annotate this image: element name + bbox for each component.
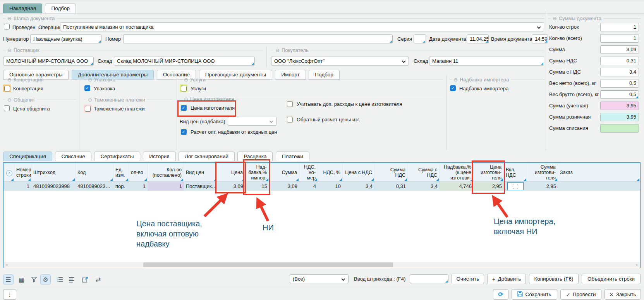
tab-specification[interactable]: Спецификация: [3, 152, 52, 161]
close-button[interactable]: ✕ Закрыть: [605, 289, 641, 300]
view-list-icon[interactable]: ☰: [3, 274, 14, 284]
cell-vat-pct[interactable]: 10: [318, 182, 343, 191]
collapse-icon[interactable]: ⊖: [7, 77, 12, 82]
cell-code[interactable]: 4810099023…: [76, 182, 113, 191]
col-header[interactable]: НДС, но- мер: [299, 163, 318, 181]
cell-order[interactable]: [558, 182, 640, 191]
merge-rows-button[interactable]: Объединить строки: [582, 274, 641, 284]
open-external-icon[interactable]: [80, 274, 90, 284]
cell-barcode[interactable]: 4810099023998: [31, 182, 76, 191]
cell-vat-number[interactable]: 4: [299, 182, 318, 191]
row-filter-select[interactable]: (Все): [290, 274, 349, 283]
refresh-button[interactable]: ⟳: [493, 289, 508, 300]
scrollbar-thumb[interactable]: [143, 262, 393, 267]
tab-history[interactable]: История: [143, 152, 175, 161]
col-header[interactable]: НДС, %: [318, 163, 343, 181]
col-header[interactable]: Надбавка,% (к цене изготови-: [440, 163, 474, 181]
cell-price-with-vat[interactable]: 3,4: [343, 182, 374, 191]
catering-price-checkbox[interactable]: [4, 105, 10, 111]
cell-vat-included[interactable]: [504, 182, 527, 191]
cell-vat-sum[interactable]: 0,31: [374, 182, 408, 191]
add-button[interactable]: + Добавить: [487, 274, 526, 284]
numbered-list-icon[interactable]: 123: [54, 274, 65, 284]
collapse-icon[interactable]: ⊖: [7, 48, 12, 53]
grid-view-icon[interactable]: ▦: [16, 274, 27, 284]
series-field[interactable]: [414, 34, 426, 43]
collapse-icon[interactable]: ⊖: [88, 97, 92, 102]
scroll-left-icon[interactable]: ◄: [5, 263, 8, 267]
col-header[interactable]: Цена с НДС: [343, 163, 374, 181]
cell-line-number[interactable]: 1: [14, 182, 31, 191]
tab-scan-log[interactable]: Лог сканирований: [179, 152, 235, 161]
supplier-field[interactable]: МОЛОЧНЫЙ МИР-СТОЛИЦА ООО: [3, 57, 94, 66]
posted-checkbox[interactable]: [4, 24, 10, 29]
numerator-field[interactable]: Накладные (закупка): [30, 34, 101, 43]
cell-sum-with-vat[interactable]: 3,4: [408, 182, 440, 191]
operation-select[interactable]: Поступление в магазин от поставщика: [60, 22, 544, 31]
col-header[interactable]: Ед. изм.: [113, 163, 129, 181]
col-header[interactable]: Заказ: [558, 163, 640, 181]
tab-invoice[interactable]: Накладная: [3, 3, 42, 13]
table-row[interactable]: 1 4810099023998 4810099023… пор. 1 1 Пос…: [3, 182, 640, 191]
sum-row-value[interactable]: 0,5: [600, 90, 639, 99]
barcode-input[interactable]: [410, 274, 448, 283]
scroll-right-icon[interactable]: ►: [635, 263, 639, 267]
tab-payments[interactable]: Платежи: [276, 152, 309, 161]
collapse-rows-icon[interactable]: ∧: [6, 170, 12, 176]
packaging-checkbox[interactable]: [84, 85, 90, 91]
col-header[interactable]: Сумма с НДС: [408, 163, 440, 181]
vat-included-checkbox[interactable]: [513, 184, 518, 189]
tab-writeoff[interactable]: Списание: [55, 152, 91, 161]
supplier-warehouse-field[interactable]: Склад МОЛОЧНЫЙ МИР-СТОЛИЦА ООО: [114, 57, 255, 66]
doc-date-field[interactable]: 11.04.25: [467, 34, 489, 43]
collapse-icon[interactable]: ⊖: [275, 48, 280, 53]
more-menu-button[interactable]: ⋮: [3, 289, 16, 300]
collapse-icon[interactable]: ⊖: [7, 16, 12, 21]
collapse-icon[interactable]: ⊖: [453, 77, 458, 82]
extra-costs-chec kbox[interactable]: [286, 100, 294, 108]
col-header[interactable]: Сумма НДС: [374, 163, 408, 181]
col-header[interactable]: Код: [76, 163, 113, 181]
buyer-select[interactable]: ООО "ЛюксСофтОпт": [271, 57, 409, 66]
conversion-checkbox[interactable]: [3, 84, 11, 92]
customs-checkbox[interactable]: [84, 105, 91, 112]
collapse-icon[interactable]: ⊖: [184, 77, 188, 82]
buyer-warehouse-field[interactable]: Магазин 11: [429, 57, 544, 66]
align-list-icon[interactable]: [67, 274, 77, 284]
opt-markup-checkbox[interactable]: [180, 128, 187, 136]
services-checkbox[interactable]: [180, 84, 187, 92]
collapse-icon[interactable]: ⊖: [88, 77, 92, 82]
cell-sum[interactable]: 3,09: [269, 182, 299, 191]
cell-unit[interactable]: пор.: [113, 182, 129, 191]
cell-qty[interactable]: 1: [129, 182, 148, 191]
cell-price-type[interactable]: Поставщик…: [184, 182, 217, 191]
col-header[interactable]: Вид цен: [184, 163, 217, 181]
collapse-icon[interactable]: ⊖: [553, 16, 557, 21]
post-button[interactable]: ✓ Провести: [560, 289, 601, 300]
settings-gear-icon[interactable]: ⚙: [40, 274, 51, 284]
cell-qty-delivered[interactable]: 1: [148, 182, 184, 191]
price-type-select[interactable]: [228, 117, 276, 126]
tab-selection[interactable]: Подбор: [45, 3, 76, 13]
cell-markup-to-manufacturer[interactable]: 4,746: [440, 182, 474, 191]
filter-icon[interactable]: [29, 274, 39, 284]
horizontal-scrollbar[interactable]: ◄ ►: [4, 262, 640, 267]
cell-manufacturer-sum[interactable]: 2,95: [527, 182, 558, 191]
copy-button[interactable]: Копировать (F6): [529, 274, 579, 284]
col-header[interactable]: Сумма: [269, 163, 299, 181]
save-button[interactable]: Сохранить: [512, 289, 557, 300]
importer-markup-checkbox[interactable]: [450, 85, 456, 91]
col-header[interactable]: Кол-во (поставлено): [148, 163, 184, 181]
col-header[interactable]: Номер строки: [14, 163, 31, 181]
collapse-icon[interactable]: ⊖: [7, 97, 12, 102]
tab-certificates[interactable]: Сертификаты: [94, 152, 140, 161]
col-header[interactable]: Вкл. НДС: [504, 163, 527, 181]
number-field[interactable]: [123, 34, 393, 43]
reverse-calc-checkbox[interactable]: [286, 116, 294, 123]
clear-button[interactable]: Очистить: [452, 274, 484, 284]
swap-refresh-icon[interactable]: ⇄: [93, 274, 103, 284]
col-header[interactable]: Сумма изготови- теля: [527, 163, 558, 181]
collapse-rows-header[interactable]: ∧: [3, 163, 14, 181]
col-header[interactable]: ол-во: [129, 163, 148, 181]
col-header[interactable]: Штрихкод: [31, 163, 76, 181]
